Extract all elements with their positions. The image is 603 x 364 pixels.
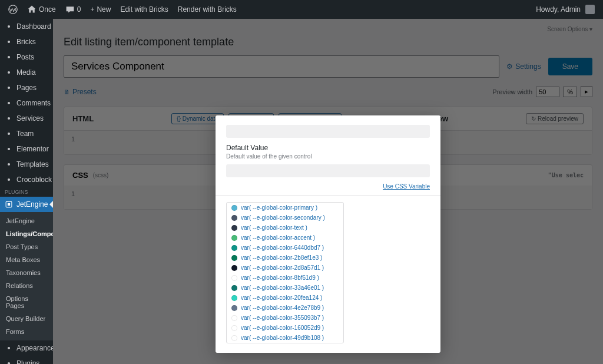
modal-field-1[interactable] (226, 125, 430, 138)
color-option[interactable]: var( --e-global-color-4e2e78b9 ) (227, 303, 343, 313)
sidebar-sub-forms[interactable]: Forms (0, 325, 53, 338)
color-option[interactable]: var( --e-global-color-accent ) (227, 233, 343, 243)
svg-point-15 (8, 347, 10, 349)
howdy-user[interactable]: Howdy, Admin (532, 5, 598, 14)
render-bricks[interactable]: Render with Bricks (174, 5, 240, 14)
sidebar-item-appearance[interactable]: Appearance (0, 340, 53, 356)
default-value-hint: Default value of the given control (226, 153, 430, 160)
plugins-label: plugins (0, 187, 53, 197)
color-option[interactable]: var( --e-global-color-355093b7 ) (227, 313, 343, 323)
content-area: Screen Options ▾ Edit listing item/compo… (53, 19, 603, 364)
sidebar-item-comments[interactable]: Comments (0, 95, 53, 111)
new-content[interactable]: +New (87, 5, 114, 14)
color-option[interactable]: var( --e-global-color-160052d9 ) (227, 323, 343, 333)
edit-bricks[interactable]: Edit with Bricks (117, 5, 171, 14)
svg-point-4 (8, 56, 10, 58)
sidebar-item-crocoblock[interactable]: Crocoblock (0, 172, 53, 187)
sidebar-item-pages[interactable]: Pages (0, 80, 53, 95)
svg-point-12 (8, 178, 10, 181)
sidebar-sub-taxonomies[interactable]: Taxonomies (0, 266, 53, 279)
svg-point-9 (8, 133, 10, 135)
color-option[interactable]: var( --e-global-color-2d8a57d1 ) (227, 263, 343, 273)
sidebar-item-media[interactable]: Media (0, 65, 53, 80)
sidebar-item-plugins[interactable]: Plugins (0, 356, 53, 364)
svg-point-10 (8, 148, 10, 150)
color-option[interactable]: var( --e-global-color-secondary ) (227, 213, 343, 223)
sidebar-item-team[interactable]: Team (0, 126, 53, 141)
sidebar-sub-listings-components[interactable]: Listings/Components (0, 227, 53, 240)
default-value-label: Default Value (226, 144, 430, 152)
svg-rect-14 (8, 203, 10, 206)
svg-point-3 (8, 41, 10, 43)
svg-point-11 (8, 163, 10, 166)
svg-point-5 (8, 71, 10, 74)
sidebar-item-templates[interactable]: Templates (0, 157, 53, 172)
default-value-input[interactable] (226, 164, 430, 177)
comments-count[interactable]: 0 (62, 5, 85, 14)
sidebar-sub-query-builder[interactable]: Query Builder (0, 312, 53, 325)
sidebar-item-bricks[interactable]: Bricks (0, 34, 53, 49)
site-home[interactable]: Once (24, 5, 59, 14)
admin-sidebar: DashboardBricksPostsMediaPagesCommentsSe… (0, 19, 53, 364)
sidebar-sub-meta-boxes[interactable]: Meta Boxes (0, 253, 53, 266)
svg-point-2 (8, 25, 10, 28)
sidebar-sub-jetengine[interactable]: JetEngine (0, 214, 53, 227)
sidebar-item-dashboard[interactable]: Dashboard (0, 19, 53, 34)
use-css-variable-link[interactable]: Use CSS Variable (226, 183, 430, 190)
sidebar-sub-post-types[interactable]: Post Types (0, 240, 53, 253)
color-option[interactable]: var( --e-global-color-text ) (227, 223, 343, 233)
color-option[interactable]: var( --e-global-color-primary ) (227, 203, 343, 213)
css-variable-dropdown: var( --e-global-color-primary )var( --e-… (226, 202, 344, 343)
sidebar-sub-options-pages[interactable]: Options Pages (0, 292, 53, 312)
admin-topbar: Once 0 +New Edit with Bricks Render with… (0, 0, 603, 19)
sidebar-sub-relations[interactable]: Relations (0, 279, 53, 292)
sidebar-item-services[interactable]: Services (0, 111, 53, 126)
color-option[interactable]: var( --e-global-color-2b8ef1e3 ) (227, 253, 343, 263)
sidebar-item-posts[interactable]: Posts (0, 49, 53, 65)
svg-point-8 (8, 117, 10, 120)
color-option[interactable]: var( --e-global-color-20fea124 ) (227, 293, 343, 303)
color-option[interactable]: var( --e-global-color-6440dbd7 ) (227, 243, 343, 253)
color-option[interactable]: var( --e-global-color-49d9b108 ) (227, 333, 343, 343)
svg-rect-1 (585, 5, 595, 14)
svg-point-7 (8, 102, 10, 104)
color-option[interactable]: var( --e-global-color-8bf61d9 ) (227, 273, 343, 283)
svg-point-6 (8, 87, 10, 89)
color-option[interactable]: var( --e-global-color-33a46e01 ) (227, 283, 343, 293)
wp-logo[interactable] (5, 5, 21, 14)
sidebar-item-jetengine[interactable]: JetEngine (0, 197, 53, 212)
css-variable-modal: Default Value Default value of the given… (216, 115, 440, 353)
sidebar-item-elementor[interactable]: Elementor (0, 141, 53, 157)
